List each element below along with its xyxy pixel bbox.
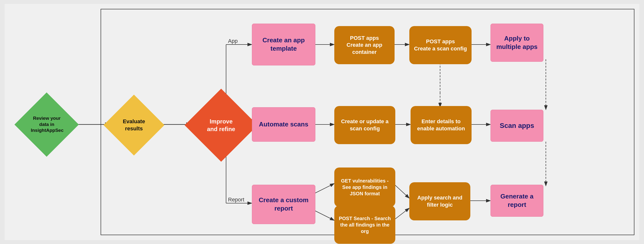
create-app-template-node: Create an app template: [252, 24, 315, 66]
automate-scans-node: Automate scans: [252, 107, 315, 142]
review-data-node: Review your data in InsightAppSec: [20, 100, 74, 149]
scan-apps-label: Scan apps: [500, 121, 534, 130]
enter-details-automation-label: Enter details to enable automation: [413, 118, 469, 132]
improve-refine-node: Improve and refine: [190, 98, 252, 153]
apply-search-filter-label: Apply search and filter logic: [412, 194, 468, 208]
enter-details-automation-node: Enter details to enable automation: [410, 106, 472, 144]
post-search-label: POST Search - Search the all findings in…: [337, 215, 393, 234]
get-vulnerabilities-node: GET vulnerabilities - See app findings i…: [334, 168, 395, 207]
apply-search-filter-node: Apply search and filter logic: [409, 182, 470, 220]
review-label: Review your data in InsightAppSec: [30, 116, 63, 133]
generate-report-label: Generate a report: [493, 192, 541, 209]
automate-scans-label: Automate scans: [259, 120, 308, 129]
create-custom-report-node: Create a custom report: [252, 185, 315, 224]
apply-multiple-node: Apply to multiple apps: [490, 24, 544, 62]
post-search-node: POST Search - Search the all findings in…: [334, 206, 395, 244]
create-app-template-label: Create an app template: [254, 36, 313, 53]
evaluate-label: Evaluate results: [123, 118, 145, 132]
get-vulnerabilities-label: GET vulnerabilities - See app findings i…: [337, 178, 393, 197]
generate-report-node: Generate a report: [490, 185, 544, 217]
create-update-scan-config-node: Create or update a scan config: [334, 106, 395, 144]
post-apps-container-label: POST apps Create an app container: [337, 35, 392, 56]
post-apps-container-node: POST apps Create an app container: [334, 26, 394, 64]
create-update-scan-config-label: Create or update a scan config: [337, 118, 393, 132]
apply-multiple-label: Apply to multiple apps: [493, 34, 541, 51]
post-apps-scan-config-label: POST apps Create a scan config: [414, 38, 467, 52]
create-custom-report-label: Create a custom report: [254, 196, 313, 213]
diagram-container: App Scan Report: [5, 4, 639, 240]
evaluate-results-node: Evaluate results: [109, 102, 158, 148]
post-apps-scan-config-node: POST apps Create a scan config: [409, 26, 472, 64]
improve-label: Improve and refine: [207, 118, 236, 132]
scan-apps-node: Scan apps: [490, 110, 544, 142]
